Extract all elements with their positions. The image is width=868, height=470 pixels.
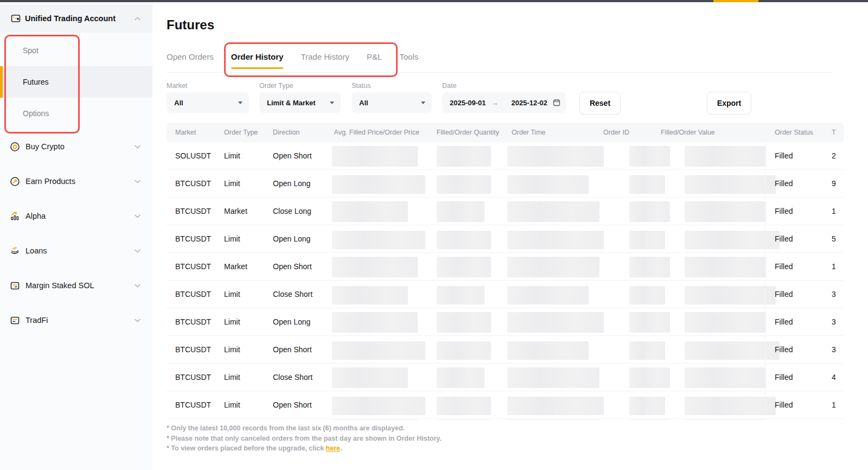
active-indicator-bar <box>0 66 3 98</box>
cell-market: BTCUSDT <box>175 308 211 335</box>
calendar-icon[interactable] <box>553 99 560 106</box>
status-select[interactable]: All <box>352 92 432 113</box>
tradfi-icon <box>10 315 20 326</box>
redacted-order-value <box>685 146 766 167</box>
redacted-avg-price <box>332 420 418 420</box>
redacted-avg-price <box>332 175 425 194</box>
sidebar-item-unified-trading-account[interactable]: Unified Trading Account <box>0 4 152 33</box>
tab-trade-history[interactable]: Trade History <box>301 52 349 69</box>
cell-market: BTCUSDT <box>175 281 211 308</box>
table-row: BTCUSDT Limit Close Short Filled 4 <box>167 364 844 391</box>
table-body: SOLUSDT Limit Open Short Filled 2 BTCUSD… <box>167 142 847 420</box>
order-type-select-value: Limit & Market <box>267 99 316 107</box>
cell-market: BTCUSDT <box>175 364 211 391</box>
table-row: BTCUSDT Limit Close Short Filled 3 <box>167 281 844 308</box>
sidebar-item-spot[interactable]: Spot <box>0 35 152 66</box>
column-header-truncated: T <box>832 123 836 142</box>
cell-order-status: Filled <box>775 170 793 197</box>
order-type-select[interactable]: Limit & Market <box>259 92 341 113</box>
market-select[interactable]: All <box>167 92 249 113</box>
redacted-order-time <box>507 231 604 249</box>
date-range-picker[interactable]: 2025-09-01 → 2025-12-02 <box>442 92 566 113</box>
tab-label: Trade History <box>301 52 349 61</box>
sidebar-item-label: Alpha <box>25 212 46 220</box>
cell-time-partial: 1 <box>832 253 836 280</box>
cell-time-partial: 2 <box>832 142 836 169</box>
redacted-order-id <box>629 286 665 304</box>
sidebar-item-alpha[interactable]: Alpha <box>0 205 152 227</box>
sidebar-item-label: Earn Products <box>25 177 75 186</box>
filter-label-market: Market <box>167 82 187 90</box>
reset-button-label: Reset <box>590 99 610 107</box>
loans-icon <box>10 246 20 256</box>
redacted-order-value <box>685 367 766 388</box>
cell-order-status: Filled <box>775 225 793 252</box>
redacted-order-value <box>685 312 766 333</box>
redacted-order-id <box>629 146 670 167</box>
sticky-column-divider <box>765 170 765 197</box>
alpha-icon <box>10 211 20 221</box>
tab-order-history[interactable]: Order History <box>231 52 284 69</box>
table-row: SOLUSDT Limit Open Short Filled 2 <box>167 142 844 170</box>
sidebar-item-buy-crypto[interactable]: Buy Crypto <box>0 135 152 158</box>
sidebar-item-earn-products[interactable]: Earn Products <box>0 170 152 193</box>
redacted-order-id <box>629 367 670 388</box>
cell-order-status: Filled <box>775 308 793 335</box>
cell-direction: Close Short <box>273 281 312 308</box>
footnote-line: * Please note that only canceled orders … <box>167 434 442 444</box>
redacted-order-id <box>629 231 665 249</box>
sidebar-item-margin-staked-sol[interactable]: Margin Staked SOL <box>0 274 152 297</box>
dropdown-caret-icon <box>330 101 334 104</box>
sidebar-item-label: Futures <box>23 78 48 86</box>
sidebar-item-tradfi[interactable]: TradFi <box>0 309 152 332</box>
redacted-order-time <box>507 341 589 360</box>
chevron-down-icon <box>135 249 141 253</box>
sidebar-item-futures[interactable]: Futures <box>0 66 152 98</box>
tab-open-orders[interactable]: Open Orders <box>167 52 214 69</box>
redacted-order-time <box>507 146 604 167</box>
cell-order-type: Limit <box>224 308 240 335</box>
table-row: BTCUSDT Market Close Long Filled 1 <box>167 198 844 225</box>
cell-order-status: Filled <box>775 253 793 280</box>
upgrade-orders-link[interactable]: here <box>326 444 340 452</box>
redacted-avg-price <box>332 286 408 304</box>
unified-trading-account-icon <box>11 14 21 23</box>
sidebar-item-loans[interactable]: Loans <box>0 239 152 262</box>
cell-direction: Close Long <box>273 198 311 225</box>
tab-label: Open Orders <box>167 52 214 61</box>
cell-market: SOLUSDT <box>175 142 211 169</box>
cell-market: BTCUSDT <box>175 225 211 252</box>
redacted-quantity <box>437 312 491 333</box>
table-row: BTCUSDT Market Open Short Filled 1 <box>167 253 844 281</box>
status-select-value: All <box>359 99 368 107</box>
table-header-row: Market Order Type Direction Avg. Filled … <box>167 123 844 142</box>
cell-time-partial: 4 <box>832 364 836 391</box>
export-button[interactable]: Export <box>707 92 751 115</box>
redacted-order-time <box>507 420 599 420</box>
redacted-order-id <box>629 312 670 333</box>
tab-tools[interactable]: Tools <box>399 52 418 69</box>
chevron-down-icon <box>135 214 141 218</box>
chevron-down-icon <box>135 319 141 322</box>
redacted-quantity <box>437 420 491 420</box>
export-button-label: Export <box>717 99 741 107</box>
cell-order-type: Limit <box>224 336 240 363</box>
redacted-order-time <box>507 367 599 388</box>
sidebar: Unified Trading Account Spot Futures Opt… <box>0 2 153 470</box>
reset-button[interactable]: Reset <box>579 92 621 115</box>
cell-direction: Open Short <box>273 336 312 363</box>
redacted-order-time <box>507 201 599 222</box>
cell-order-status: Filled <box>775 364 793 391</box>
cell-order-type: Market <box>224 198 247 225</box>
buy-crypto-icon <box>10 142 20 152</box>
cell-order-status: Filled <box>775 336 793 363</box>
sidebar-item-options[interactable]: Options <box>0 98 152 129</box>
redacted-avg-price <box>332 367 408 388</box>
cell-direction: Open Long <box>273 170 310 197</box>
table-row: BTCUSDT Limit Open Long Filled 9 <box>167 170 844 198</box>
cell-order-type: Limit <box>224 281 240 308</box>
table-row: BTCUSDT Limit Open Long Filled 5 <box>167 225 844 253</box>
redacted-order-value <box>685 201 766 222</box>
tab-pnl[interactable]: P&L <box>367 52 382 69</box>
sticky-column-divider <box>765 391 765 418</box>
